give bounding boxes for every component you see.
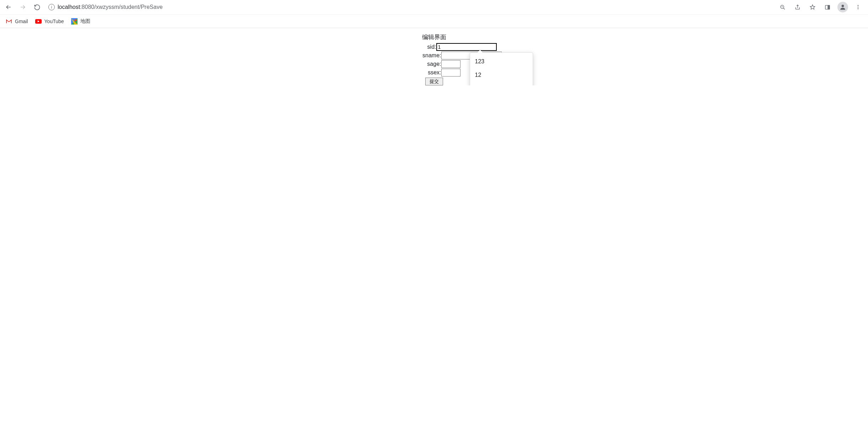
- bookmark-label: YouTube: [44, 19, 64, 24]
- ssex-label: ssex:: [428, 69, 441, 76]
- svg-line-1: [783, 8, 785, 9]
- ssex-input[interactable]: [441, 69, 460, 77]
- autocomplete-item[interactable]: 1234: [470, 82, 533, 85]
- reload-icon: [34, 4, 41, 11]
- kebab-icon: [855, 4, 861, 10]
- url-text: localhost:8080/xwzyssm/student/PreSave: [58, 4, 163, 10]
- field-row-sid: sid:: [338, 43, 530, 51]
- forward-button[interactable]: [17, 1, 28, 13]
- svg-point-10: [858, 8, 859, 9]
- site-info-icon[interactable]: i: [48, 4, 55, 10]
- address-bar[interactable]: i localhost:8080/xwzyssm/student/PreSave: [46, 1, 775, 13]
- bookmark-label: 地图: [80, 18, 90, 25]
- edit-form: 编辑界面 sid: sname: sage: ssex: 提交 123 12 1…: [338, 33, 530, 85]
- bookmark-gmail[interactable]: Gmail: [6, 18, 28, 25]
- bookmark-label: Gmail: [15, 19, 28, 24]
- reload-button[interactable]: [31, 1, 43, 13]
- panel-icon: [825, 4, 830, 11]
- youtube-icon: [35, 18, 42, 25]
- sage-input[interactable]: [441, 60, 460, 68]
- zoom-button[interactable]: [778, 2, 788, 12]
- arrow-right-icon: [19, 4, 26, 11]
- url-port: :8080: [80, 4, 94, 10]
- page-title: 编辑界面: [338, 33, 530, 41]
- url-host: localhost: [58, 4, 80, 10]
- svg-point-7: [842, 5, 844, 7]
- url-path: /xwzyssm/student/PreSave: [94, 4, 163, 10]
- bookmarks-bar: Gmail YouTube 地图: [0, 14, 868, 28]
- toolbar-right: [778, 2, 865, 12]
- share-button[interactable]: [793, 2, 803, 12]
- sidepanel-button[interactable]: [822, 2, 832, 12]
- maps-icon: [71, 18, 78, 25]
- menu-button[interactable]: [853, 2, 863, 12]
- star-icon: [810, 4, 815, 11]
- sname-label: sname:: [422, 52, 441, 59]
- person-icon: [839, 4, 846, 11]
- sage-label: sage:: [427, 61, 441, 67]
- svg-point-13: [74, 19, 76, 21]
- svg-marker-3: [810, 5, 815, 9]
- bookmark-maps[interactable]: 地图: [71, 18, 90, 25]
- gmail-icon: [6, 18, 12, 25]
- page-content: 编辑界面 sid: sname: sage: ssex: 提交 123 12 1…: [0, 28, 868, 85]
- profile-avatar[interactable]: [837, 2, 848, 12]
- svg-rect-6: [828, 5, 830, 9]
- autocomplete-item[interactable]: 123: [470, 55, 533, 68]
- sid-label: sid:: [427, 44, 436, 50]
- browser-chrome: i localhost:8080/xwzyssm/student/PreSave: [0, 0, 868, 28]
- zoom-out-icon: [780, 4, 786, 11]
- svg-point-9: [858, 7, 859, 8]
- browser-toolbar: i localhost:8080/xwzyssm/student/PreSave: [0, 0, 868, 14]
- autocomplete-item[interactable]: 12: [470, 68, 533, 82]
- back-button[interactable]: [3, 1, 14, 13]
- share-icon: [795, 4, 800, 11]
- sid-input[interactable]: [436, 43, 497, 51]
- bookmark-youtube[interactable]: YouTube: [35, 18, 64, 25]
- autocomplete-dropdown: 123 12 1234 13 14 15: [470, 52, 533, 85]
- svg-point-8: [858, 5, 859, 6]
- arrow-left-icon: [5, 4, 12, 11]
- bookmark-button[interactable]: [808, 2, 818, 12]
- submit-button[interactable]: 提交: [425, 78, 443, 85]
